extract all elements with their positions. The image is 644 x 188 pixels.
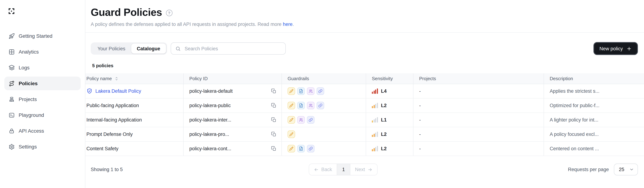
copy-icon[interactable] bbox=[271, 117, 276, 123]
policy-description: A policy focused excl... bbox=[544, 127, 644, 141]
per-page-control: Requests per page 25 bbox=[568, 163, 638, 175]
table-row[interactable]: Public-facing Application policy-lakera-… bbox=[85, 99, 644, 113]
rocket-icon bbox=[8, 33, 15, 39]
guardrail-unknown-links-badge[interactable] bbox=[307, 116, 314, 124]
sidebar-item-label: Analytics bbox=[19, 49, 39, 55]
guardrail-prompt-defense-badge[interactable] bbox=[288, 87, 295, 95]
guardrail-unknown-links-badge[interactable] bbox=[316, 102, 324, 109]
policy-id: policy-lakera-public bbox=[189, 103, 231, 108]
guardrail-pii-detection-badge[interactable] bbox=[307, 87, 314, 95]
column-header-sensitivity: Sensitivity bbox=[366, 73, 414, 84]
guardrail-content-moderation-badge[interactable] bbox=[297, 145, 305, 152]
copy-icon[interactable] bbox=[271, 146, 276, 151]
policy-id: policy-lakera-cont... bbox=[189, 146, 231, 151]
help-icon[interactable]: ? bbox=[166, 10, 172, 16]
table-body: Lakera Default Policy policy-lakera-defa… bbox=[85, 84, 644, 156]
guardrail-unknown-links-badge[interactable] bbox=[307, 145, 314, 152]
guardrail-unknown-links-badge[interactable] bbox=[316, 87, 324, 95]
guardrail-pii-detection-badge[interactable] bbox=[307, 102, 314, 109]
guardrail-content-moderation-badge[interactable] bbox=[297, 102, 305, 109]
table-row[interactable]: Lakera Default Policy policy-lakera-defa… bbox=[85, 84, 644, 99]
sidebar-item-label: Getting Started bbox=[19, 33, 52, 39]
page-title: Guard Policies bbox=[91, 6, 162, 19]
projects-cell: - bbox=[414, 113, 544, 127]
next-button[interactable]: Next bbox=[350, 164, 377, 175]
policy-id-cell: policy-lakera-pro... bbox=[184, 127, 282, 141]
policy-name[interactable]: Content Safety bbox=[86, 146, 118, 151]
sidebar-item-projects[interactable]: Projects bbox=[4, 92, 81, 106]
copy-icon[interactable] bbox=[271, 88, 276, 94]
header-divider bbox=[85, 32, 644, 33]
guardrail-prompt-defense-badge[interactable] bbox=[288, 102, 295, 109]
sensitivity-level: L1 bbox=[381, 117, 387, 123]
sidebar-item-api-access[interactable]: API Access bbox=[4, 124, 81, 138]
pagination: Back 1 Next bbox=[309, 163, 378, 175]
sidebar-item-policies[interactable]: Policies bbox=[4, 76, 81, 90]
guardrail-prompt-defense-badge[interactable] bbox=[288, 145, 295, 152]
guardrail-content-moderation-badge[interactable] bbox=[297, 87, 305, 95]
copy-icon[interactable] bbox=[271, 132, 276, 137]
projects-cell: - bbox=[414, 99, 544, 113]
table-row[interactable]: Content Safety policy-lakera-cont... L2 … bbox=[85, 142, 644, 156]
sidebar-item-settings[interactable]: Settings bbox=[4, 140, 81, 153]
column-header-description: Description bbox=[544, 73, 644, 84]
sidebar-item-label: Policies bbox=[19, 80, 38, 86]
sidebar-item-getting-started[interactable]: Getting Started bbox=[4, 29, 81, 43]
policy-name[interactable]: Prompt Defense Only bbox=[86, 132, 133, 137]
sidebar-item-logs[interactable]: Logs bbox=[4, 61, 81, 74]
policy-name[interactable]: Internal-facing Application bbox=[86, 117, 142, 123]
sidebar-item-label: Projects bbox=[19, 96, 37, 102]
sidebar-item-label: Settings bbox=[19, 144, 37, 150]
guardrail-prompt-defense-badge[interactable] bbox=[288, 131, 295, 138]
read-more-link[interactable]: here bbox=[283, 22, 292, 27]
policy-name-cell: Content Safety bbox=[85, 142, 184, 156]
per-page-label: Requests per page bbox=[568, 167, 609, 172]
sensitivity-level: L4 bbox=[381, 88, 387, 94]
current-page[interactable]: 1 bbox=[337, 164, 350, 175]
new-policy-button[interactable]: New policy bbox=[593, 42, 638, 55]
policy-name[interactable]: Public-facing Application bbox=[86, 103, 139, 108]
table-row[interactable]: Prompt Defense Only policy-lakera-pro...… bbox=[85, 127, 644, 142]
sidebar-nav: Getting Started Analytics Logs Policies bbox=[0, 29, 85, 153]
lock-icon bbox=[8, 128, 15, 134]
app-window: Getting Started Analytics Logs Policies bbox=[0, 0, 644, 188]
chevron-down-icon bbox=[629, 167, 634, 172]
sensitivity-cell: L4 bbox=[366, 84, 414, 98]
guardrails-cell bbox=[282, 99, 366, 113]
guardrail-pii-detection-badge[interactable] bbox=[297, 116, 305, 124]
table-header-row: Policy name Policy ID Guardrails Sensiti… bbox=[85, 73, 644, 84]
sensitivity-bars-icon bbox=[372, 103, 378, 108]
tab-catalogue[interactable]: Catalogue bbox=[131, 44, 166, 54]
column-header-projects: Projects bbox=[414, 73, 544, 84]
sidebar-item-analytics[interactable]: Analytics bbox=[4, 45, 81, 59]
policy-id: policy-lakera-default bbox=[189, 88, 233, 94]
guardrail-prompt-defense-badge[interactable] bbox=[288, 116, 295, 124]
projects-cell: - bbox=[414, 142, 544, 156]
search-input[interactable] bbox=[184, 45, 281, 52]
layers-icon bbox=[8, 64, 15, 71]
per-page-select[interactable]: 25 bbox=[614, 163, 638, 175]
arrow-right-icon bbox=[368, 167, 372, 172]
table-row[interactable]: Internal-facing Application policy-laker… bbox=[85, 113, 644, 127]
copy-icon[interactable] bbox=[271, 103, 276, 108]
sensitivity-level: L2 bbox=[381, 103, 387, 108]
search-box[interactable] bbox=[171, 42, 286, 55]
sensitivity-level: L2 bbox=[381, 132, 387, 137]
policy-name[interactable]: Lakera Default Policy bbox=[96, 88, 141, 94]
shield-check-icon bbox=[86, 88, 92, 94]
sensitivity-cell: L1 bbox=[366, 113, 414, 127]
sort-icon[interactable] bbox=[114, 76, 119, 81]
arrow-left-icon bbox=[314, 167, 319, 172]
route-icon bbox=[8, 80, 15, 86]
sidebar: Getting Started Analytics Logs Policies bbox=[0, 0, 85, 188]
back-button[interactable]: Back bbox=[309, 164, 337, 175]
lakera-logo-icon bbox=[8, 8, 15, 15]
tab-your-policies[interactable]: Your Policies bbox=[92, 44, 131, 54]
policy-name-cell: Prompt Defense Only bbox=[85, 127, 184, 141]
policy-id-cell: policy-lakera-public bbox=[184, 99, 282, 113]
sidebar-item-playground[interactable]: Playground bbox=[4, 108, 81, 122]
column-header-policy-name[interactable]: Policy name bbox=[85, 73, 184, 84]
plus-icon bbox=[626, 46, 632, 51]
policy-id: policy-lakera-inter... bbox=[189, 117, 231, 123]
toolbar: Your Policies Catalogue New policy bbox=[91, 42, 638, 55]
